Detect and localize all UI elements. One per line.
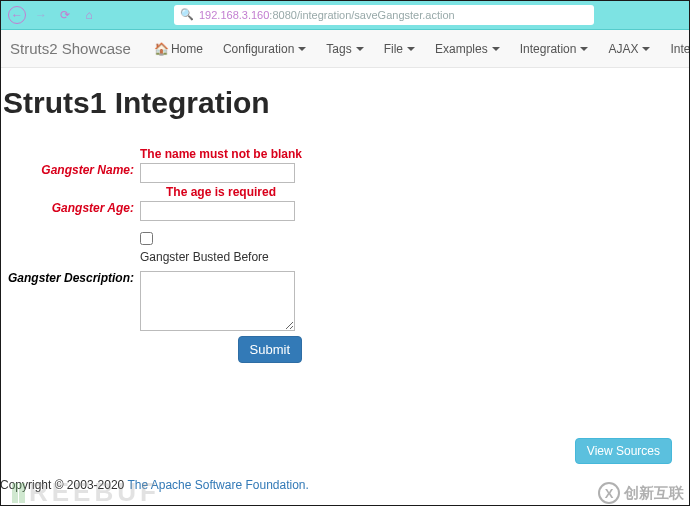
home-button[interactable]: ⌂ — [80, 6, 98, 24]
back-button[interactable]: ← — [8, 6, 26, 24]
nav-tags[interactable]: Tags — [317, 32, 372, 66]
gangster-busted-checkbox[interactable] — [140, 232, 153, 245]
nav-file[interactable]: File — [375, 32, 424, 66]
watermark-right: X创新互联 — [598, 482, 684, 504]
nav-menu: 🏠Home Configuration Tags File Examples I… — [145, 32, 690, 66]
nav-home[interactable]: 🏠Home — [145, 32, 212, 66]
chevron-down-icon — [356, 47, 364, 51]
label-name: Gangster Name: — [2, 162, 137, 184]
forward-button: → — [32, 6, 50, 24]
gangster-form: The name must not be blank Gangster Name… — [2, 146, 305, 364]
nav-interactive-demo[interactable]: Interactive Demo — [661, 32, 690, 66]
nav-label: Configuration — [223, 42, 294, 56]
label-busted: Gangster Busted Before — [140, 250, 269, 264]
chevron-down-icon — [580, 47, 588, 51]
chevron-down-icon — [298, 47, 306, 51]
browser-toolbar: ← → ⟳ ⌂ 🔍 192.168.3.160:8080/integration… — [0, 0, 690, 30]
error-age: The age is required — [166, 185, 276, 199]
url-display: 192.168.3.160:8080/integration/saveGangs… — [199, 9, 588, 21]
nav-ajax[interactable]: AJAX — [599, 32, 659, 66]
nav-label: Integration — [520, 42, 577, 56]
nav-label: Home — [171, 42, 203, 56]
nav-integration[interactable]: Integration — [511, 32, 598, 66]
gangster-age-input[interactable] — [140, 201, 295, 221]
nav-label: Examples — [435, 42, 488, 56]
nav-label: AJAX — [608, 42, 638, 56]
nav-configuration[interactable]: Configuration — [214, 32, 315, 66]
nav-label: Tags — [326, 42, 351, 56]
chevron-down-icon — [407, 47, 415, 51]
chevron-down-icon — [642, 47, 650, 51]
gangster-name-input[interactable] — [140, 163, 295, 183]
page-content: Struts1 Integration The name must not be… — [0, 68, 690, 506]
brand[interactable]: Struts2 Showcase — [10, 40, 131, 57]
label-age: Gangster Age: — [2, 200, 137, 222]
page-title: Struts1 Integration — [3, 86, 690, 120]
label-description: Gangster Description: — [2, 265, 137, 335]
address-bar[interactable]: 🔍 192.168.3.160:8080/integration/saveGan… — [174, 5, 594, 25]
error-name: The name must not be blank — [140, 147, 302, 161]
reload-button[interactable]: ⟳ — [56, 6, 74, 24]
main-navbar: Struts2 Showcase 🏠Home Configuration Tag… — [0, 30, 690, 68]
nav-label: Interactive Demo — [670, 42, 690, 56]
search-icon: 🔍 — [180, 8, 194, 21]
view-sources-button[interactable]: View Sources — [575, 438, 672, 464]
home-icon: 🏠 — [154, 42, 169, 56]
submit-button[interactable]: Submit — [238, 336, 302, 363]
nav-label: File — [384, 42, 403, 56]
nav-examples[interactable]: Examples — [426, 32, 509, 66]
gangster-description-textarea[interactable] — [140, 271, 295, 331]
watermark-left: REEBUF — [12, 477, 160, 506]
logo-icon: X — [598, 482, 620, 504]
chevron-down-icon — [492, 47, 500, 51]
